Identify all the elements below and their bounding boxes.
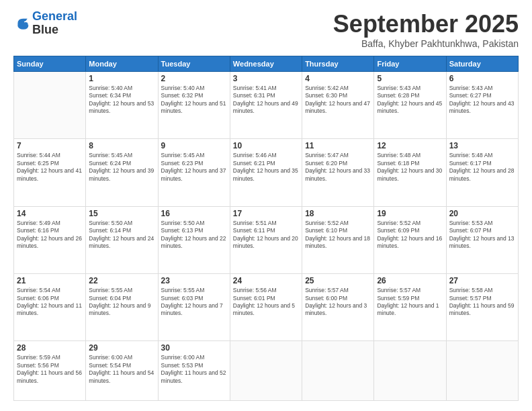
day-number: 25 [305, 276, 371, 285]
calendar-day-cell: 14Sunrise: 5:49 AMSunset: 6:16 PMDayligh… [14, 206, 86, 273]
calendar-week-row: 7Sunrise: 5:44 AMSunset: 6:25 PMDaylight… [14, 139, 519, 206]
calendar-day-cell: 21Sunrise: 5:54 AMSunset: 6:06 PMDayligh… [14, 274, 86, 341]
calendar-day-cell [302, 341, 374, 401]
day-info: Sunrise: 5:50 AMSunset: 6:14 PMDaylight:… [89, 220, 154, 250]
weekday-header: Wednesday [230, 56, 302, 72]
day-number: 18 [305, 209, 371, 218]
calendar-day-cell [374, 341, 446, 401]
header-row: SundayMondayTuesdayWednesdayThursdayFrid… [14, 56, 519, 72]
calendar-day-cell: 5Sunrise: 5:43 AMSunset: 6:28 PMDaylight… [374, 72, 446, 139]
calendar-week-row: 28Sunrise: 5:59 AMSunset: 5:56 PMDayligh… [14, 341, 519, 401]
logo-line1: General [32, 9, 77, 23]
day-info: Sunrise: 5:44 AMSunset: 6:25 PMDaylight:… [17, 152, 83, 183]
logo-text: General Blue [32, 10, 77, 37]
day-number: 29 [89, 343, 154, 353]
weekday-header: Monday [86, 56, 158, 72]
day-info: Sunrise: 5:46 AMSunset: 6:21 PMDaylight:… [233, 152, 299, 183]
weekday-header: Saturday [446, 56, 518, 72]
day-info: Sunrise: 5:59 AMSunset: 5:56 PMDaylight:… [17, 354, 83, 385]
header: General Blue September 2025 Baffa, Khybe… [13, 10, 519, 49]
calendar-day-cell [14, 72, 86, 139]
calendar-day-cell [230, 341, 302, 401]
calendar-day-cell: 29Sunrise: 6:00 AMSunset: 5:54 PMDayligh… [86, 341, 158, 401]
day-number: 22 [89, 276, 154, 285]
day-number: 15 [89, 209, 154, 218]
logo-line2: Blue [32, 24, 77, 37]
day-number: 21 [17, 276, 83, 285]
day-number: 14 [17, 209, 83, 218]
calendar-day-cell: 26Sunrise: 5:57 AMSunset: 5:59 PMDayligh… [374, 274, 446, 341]
day-number: 5 [377, 74, 443, 83]
calendar-week-row: 21Sunrise: 5:54 AMSunset: 6:06 PMDayligh… [14, 274, 519, 341]
day-number: 8 [89, 141, 154, 150]
calendar-day-cell: 13Sunrise: 5:48 AMSunset: 6:17 PMDayligh… [446, 139, 518, 206]
day-info: Sunrise: 5:52 AMSunset: 6:09 PMDaylight:… [377, 220, 443, 250]
day-info: Sunrise: 5:56 AMSunset: 6:01 PMDaylight:… [233, 287, 299, 318]
calendar-day-cell: 7Sunrise: 5:44 AMSunset: 6:25 PMDaylight… [14, 139, 86, 206]
calendar-day-cell [446, 341, 518, 401]
day-number: 4 [305, 74, 371, 83]
day-info: Sunrise: 5:41 AMSunset: 6:31 PMDaylight:… [233, 85, 299, 116]
calendar-day-cell: 2Sunrise: 5:40 AMSunset: 6:32 PMDaylight… [158, 72, 230, 139]
calendar-table: SundayMondayTuesdayWednesdayThursdayFrid… [13, 56, 519, 401]
calendar-day-cell: 12Sunrise: 5:48 AMSunset: 6:18 PMDayligh… [374, 139, 446, 206]
day-number: 28 [17, 343, 83, 353]
title-area: September 2025 Baffa, Khyber Pakhtunkhwa… [333, 10, 519, 49]
day-number: 3 [233, 74, 299, 83]
logo: General Blue [13, 10, 77, 37]
day-number: 17 [233, 209, 299, 218]
day-info: Sunrise: 5:47 AMSunset: 6:20 PMDaylight:… [305, 152, 371, 183]
day-info: Sunrise: 5:55 AMSunset: 6:03 PMDaylight:… [161, 287, 227, 318]
calendar-day-cell: 3Sunrise: 5:41 AMSunset: 6:31 PMDaylight… [230, 72, 302, 139]
calendar-day-cell: 8Sunrise: 5:45 AMSunset: 6:24 PMDaylight… [86, 139, 158, 206]
day-number: 19 [377, 209, 443, 218]
day-info: Sunrise: 5:52 AMSunset: 6:10 PMDaylight:… [305, 220, 371, 250]
day-info: Sunrise: 5:51 AMSunset: 6:11 PMDaylight:… [233, 220, 299, 250]
day-number: 23 [161, 276, 227, 285]
weekday-header: Friday [374, 56, 446, 72]
day-info: Sunrise: 5:49 AMSunset: 6:16 PMDaylight:… [17, 220, 83, 250]
day-info: Sunrise: 5:55 AMSunset: 6:04 PMDaylight:… [89, 287, 154, 318]
day-info: Sunrise: 5:42 AMSunset: 6:30 PMDaylight:… [305, 85, 371, 116]
day-number: 20 [449, 209, 515, 218]
day-info: Sunrise: 5:54 AMSunset: 6:06 PMDaylight:… [17, 287, 83, 318]
calendar-day-cell: 22Sunrise: 5:55 AMSunset: 6:04 PMDayligh… [86, 274, 158, 341]
calendar-day-cell: 10Sunrise: 5:46 AMSunset: 6:21 PMDayligh… [230, 139, 302, 206]
day-info: Sunrise: 5:57 AMSunset: 5:59 PMDaylight:… [377, 287, 443, 318]
logo-icon [13, 15, 30, 32]
calendar-day-cell: 23Sunrise: 5:55 AMSunset: 6:03 PMDayligh… [158, 274, 230, 341]
day-info: Sunrise: 5:48 AMSunset: 6:18 PMDaylight:… [377, 152, 443, 183]
day-number: 16 [161, 209, 227, 218]
day-number: 1 [89, 74, 154, 83]
weekday-header: Thursday [302, 56, 374, 72]
day-info: Sunrise: 5:45 AMSunset: 6:24 PMDaylight:… [89, 152, 154, 183]
day-number: 6 [449, 74, 515, 83]
day-number: 2 [161, 74, 227, 83]
calendar-day-cell: 1Sunrise: 5:40 AMSunset: 6:34 PMDaylight… [86, 72, 158, 139]
calendar-day-cell: 25Sunrise: 5:57 AMSunset: 6:00 PMDayligh… [302, 274, 374, 341]
day-info: Sunrise: 5:50 AMSunset: 6:13 PMDaylight:… [161, 220, 227, 250]
calendar-day-cell: 11Sunrise: 5:47 AMSunset: 6:20 PMDayligh… [302, 139, 374, 206]
day-number: 24 [233, 276, 299, 285]
day-info: Sunrise: 5:43 AMSunset: 6:27 PMDaylight:… [449, 85, 515, 116]
day-info: Sunrise: 6:00 AMSunset: 5:53 PMDaylight:… [161, 354, 227, 385]
day-info: Sunrise: 5:58 AMSunset: 5:57 PMDaylight:… [449, 287, 515, 318]
calendar-week-row: 1Sunrise: 5:40 AMSunset: 6:34 PMDaylight… [14, 72, 519, 139]
weekday-header: Sunday [14, 56, 86, 72]
day-info: Sunrise: 5:40 AMSunset: 6:34 PMDaylight:… [89, 85, 154, 116]
day-number: 7 [17, 141, 83, 150]
day-info: Sunrise: 5:43 AMSunset: 6:28 PMDaylight:… [377, 85, 443, 116]
day-number: 30 [161, 343, 227, 353]
day-info: Sunrise: 6:00 AMSunset: 5:54 PMDaylight:… [89, 354, 154, 385]
calendar-day-cell: 27Sunrise: 5:58 AMSunset: 5:57 PMDayligh… [446, 274, 518, 341]
calendar-day-cell: 28Sunrise: 5:59 AMSunset: 5:56 PMDayligh… [14, 341, 86, 401]
calendar-day-cell: 18Sunrise: 5:52 AMSunset: 6:10 PMDayligh… [302, 206, 374, 273]
calendar-day-cell: 6Sunrise: 5:43 AMSunset: 6:27 PMDaylight… [446, 72, 518, 139]
day-number: 9 [161, 141, 227, 150]
calendar-day-cell: 9Sunrise: 5:45 AMSunset: 6:23 PMDaylight… [158, 139, 230, 206]
weekday-header: Tuesday [158, 56, 230, 72]
day-number: 13 [449, 141, 515, 150]
day-number: 10 [233, 141, 299, 150]
day-number: 12 [377, 141, 443, 150]
calendar-day-cell: 17Sunrise: 5:51 AMSunset: 6:11 PMDayligh… [230, 206, 302, 273]
